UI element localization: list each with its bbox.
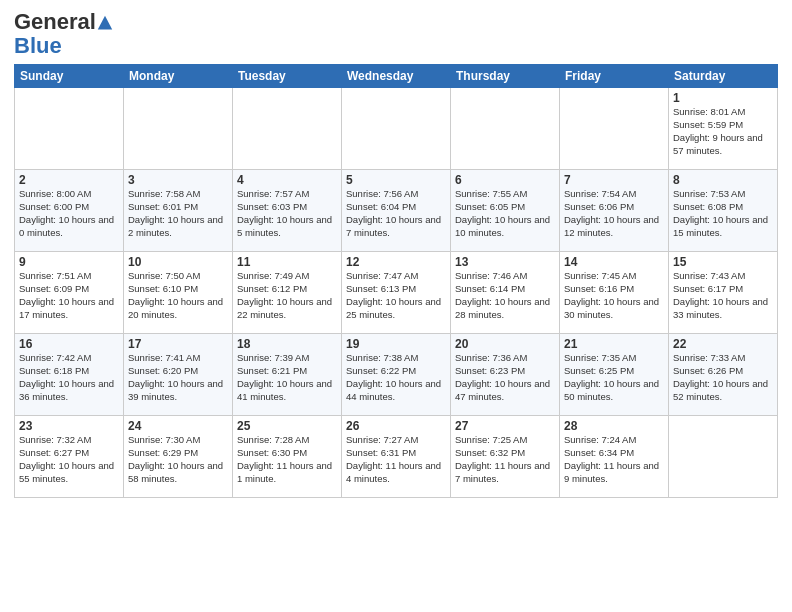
- calendar-cell: 25Sunrise: 7:28 AM Sunset: 6:30 PM Dayli…: [233, 416, 342, 498]
- day-number: 10: [128, 255, 228, 269]
- calendar-cell: 1Sunrise: 8:01 AM Sunset: 5:59 PM Daylig…: [669, 88, 778, 170]
- day-info: Sunrise: 7:35 AM Sunset: 6:25 PM Dayligh…: [564, 352, 664, 403]
- calendar-week-row: 16Sunrise: 7:42 AM Sunset: 6:18 PM Dayli…: [15, 334, 778, 416]
- calendar-cell: 10Sunrise: 7:50 AM Sunset: 6:10 PM Dayli…: [124, 252, 233, 334]
- day-info: Sunrise: 7:43 AM Sunset: 6:17 PM Dayligh…: [673, 270, 773, 321]
- calendar-day-header: Tuesday: [233, 65, 342, 88]
- logo-text: GeneralBlue: [14, 9, 114, 58]
- logo-blue: Blue: [14, 33, 62, 58]
- day-number: 15: [673, 255, 773, 269]
- day-info: Sunrise: 7:38 AM Sunset: 6:22 PM Dayligh…: [346, 352, 446, 403]
- calendar-cell: 9Sunrise: 7:51 AM Sunset: 6:09 PM Daylig…: [15, 252, 124, 334]
- calendar-cell: [560, 88, 669, 170]
- day-number: 23: [19, 419, 119, 433]
- calendar-cell: 24Sunrise: 7:30 AM Sunset: 6:29 PM Dayli…: [124, 416, 233, 498]
- day-number: 8: [673, 173, 773, 187]
- calendar-cell: 22Sunrise: 7:33 AM Sunset: 6:26 PM Dayli…: [669, 334, 778, 416]
- calendar-cell: 4Sunrise: 7:57 AM Sunset: 6:03 PM Daylig…: [233, 170, 342, 252]
- day-info: Sunrise: 7:39 AM Sunset: 6:21 PM Dayligh…: [237, 352, 337, 403]
- day-info: Sunrise: 7:49 AM Sunset: 6:12 PM Dayligh…: [237, 270, 337, 321]
- calendar-day-header: Saturday: [669, 65, 778, 88]
- calendar-day-header: Sunday: [15, 65, 124, 88]
- calendar-cell: 3Sunrise: 7:58 AM Sunset: 6:01 PM Daylig…: [124, 170, 233, 252]
- day-info: Sunrise: 7:41 AM Sunset: 6:20 PM Dayligh…: [128, 352, 228, 403]
- header: GeneralBlue: [14, 10, 778, 58]
- calendar-day-header: Thursday: [451, 65, 560, 88]
- day-number: 11: [237, 255, 337, 269]
- day-info: Sunrise: 7:58 AM Sunset: 6:01 PM Dayligh…: [128, 188, 228, 239]
- day-number: 27: [455, 419, 555, 433]
- day-info: Sunrise: 7:53 AM Sunset: 6:08 PM Dayligh…: [673, 188, 773, 239]
- day-number: 12: [346, 255, 446, 269]
- logo: GeneralBlue: [14, 10, 114, 58]
- page: GeneralBlue SundayMondayTuesdayWednesday…: [0, 0, 792, 612]
- calendar-day-header: Wednesday: [342, 65, 451, 88]
- calendar-cell: 12Sunrise: 7:47 AM Sunset: 6:13 PM Dayli…: [342, 252, 451, 334]
- day-number: 17: [128, 337, 228, 351]
- day-info: Sunrise: 7:56 AM Sunset: 6:04 PM Dayligh…: [346, 188, 446, 239]
- day-info: Sunrise: 7:45 AM Sunset: 6:16 PM Dayligh…: [564, 270, 664, 321]
- calendar-header-row: SundayMondayTuesdayWednesdayThursdayFrid…: [15, 65, 778, 88]
- day-info: Sunrise: 7:24 AM Sunset: 6:34 PM Dayligh…: [564, 434, 664, 485]
- calendar-week-row: 9Sunrise: 7:51 AM Sunset: 6:09 PM Daylig…: [15, 252, 778, 334]
- day-number: 1: [673, 91, 773, 105]
- day-info: Sunrise: 7:47 AM Sunset: 6:13 PM Dayligh…: [346, 270, 446, 321]
- day-info: Sunrise: 7:33 AM Sunset: 6:26 PM Dayligh…: [673, 352, 773, 403]
- calendar-cell: 7Sunrise: 7:54 AM Sunset: 6:06 PM Daylig…: [560, 170, 669, 252]
- calendar-cell: 5Sunrise: 7:56 AM Sunset: 6:04 PM Daylig…: [342, 170, 451, 252]
- day-info: Sunrise: 7:54 AM Sunset: 6:06 PM Dayligh…: [564, 188, 664, 239]
- day-number: 5: [346, 173, 446, 187]
- day-number: 7: [564, 173, 664, 187]
- calendar-cell: 23Sunrise: 7:32 AM Sunset: 6:27 PM Dayli…: [15, 416, 124, 498]
- day-info: Sunrise: 7:30 AM Sunset: 6:29 PM Dayligh…: [128, 434, 228, 485]
- day-info: Sunrise: 7:42 AM Sunset: 6:18 PM Dayligh…: [19, 352, 119, 403]
- calendar-week-row: 23Sunrise: 7:32 AM Sunset: 6:27 PM Dayli…: [15, 416, 778, 498]
- day-info: Sunrise: 7:36 AM Sunset: 6:23 PM Dayligh…: [455, 352, 555, 403]
- day-number: 26: [346, 419, 446, 433]
- calendar-cell: 6Sunrise: 7:55 AM Sunset: 6:05 PM Daylig…: [451, 170, 560, 252]
- day-number: 2: [19, 173, 119, 187]
- calendar-cell: 28Sunrise: 7:24 AM Sunset: 6:34 PM Dayli…: [560, 416, 669, 498]
- day-info: Sunrise: 7:28 AM Sunset: 6:30 PM Dayligh…: [237, 434, 337, 485]
- day-number: 16: [19, 337, 119, 351]
- calendar-day-header: Monday: [124, 65, 233, 88]
- calendar-cell: [233, 88, 342, 170]
- day-info: Sunrise: 7:55 AM Sunset: 6:05 PM Dayligh…: [455, 188, 555, 239]
- calendar-cell: [15, 88, 124, 170]
- day-number: 19: [346, 337, 446, 351]
- calendar-cell: 13Sunrise: 7:46 AM Sunset: 6:14 PM Dayli…: [451, 252, 560, 334]
- calendar-cell: 16Sunrise: 7:42 AM Sunset: 6:18 PM Dayli…: [15, 334, 124, 416]
- day-info: Sunrise: 7:57 AM Sunset: 6:03 PM Dayligh…: [237, 188, 337, 239]
- calendar-cell: [342, 88, 451, 170]
- day-info: Sunrise: 7:25 AM Sunset: 6:32 PM Dayligh…: [455, 434, 555, 485]
- calendar-cell: [451, 88, 560, 170]
- day-info: Sunrise: 7:32 AM Sunset: 6:27 PM Dayligh…: [19, 434, 119, 485]
- calendar-cell: 26Sunrise: 7:27 AM Sunset: 6:31 PM Dayli…: [342, 416, 451, 498]
- calendar-cell: 14Sunrise: 7:45 AM Sunset: 6:16 PM Dayli…: [560, 252, 669, 334]
- calendar-week-row: 2Sunrise: 8:00 AM Sunset: 6:00 PM Daylig…: [15, 170, 778, 252]
- day-number: 20: [455, 337, 555, 351]
- day-info: Sunrise: 7:27 AM Sunset: 6:31 PM Dayligh…: [346, 434, 446, 485]
- day-info: Sunrise: 7:46 AM Sunset: 6:14 PM Dayligh…: [455, 270, 555, 321]
- svg-marker-0: [98, 16, 112, 30]
- calendar-week-row: 1Sunrise: 8:01 AM Sunset: 5:59 PM Daylig…: [15, 88, 778, 170]
- logo-general: General: [14, 9, 96, 34]
- calendar-cell: 2Sunrise: 8:00 AM Sunset: 6:00 PM Daylig…: [15, 170, 124, 252]
- day-number: 9: [19, 255, 119, 269]
- calendar-cell: 15Sunrise: 7:43 AM Sunset: 6:17 PM Dayli…: [669, 252, 778, 334]
- day-number: 28: [564, 419, 664, 433]
- calendar-cell: 21Sunrise: 7:35 AM Sunset: 6:25 PM Dayli…: [560, 334, 669, 416]
- calendar-cell: 11Sunrise: 7:49 AM Sunset: 6:12 PM Dayli…: [233, 252, 342, 334]
- day-number: 22: [673, 337, 773, 351]
- day-number: 14: [564, 255, 664, 269]
- calendar-cell: 17Sunrise: 7:41 AM Sunset: 6:20 PM Dayli…: [124, 334, 233, 416]
- day-info: Sunrise: 7:51 AM Sunset: 6:09 PM Dayligh…: [19, 270, 119, 321]
- calendar-cell: 20Sunrise: 7:36 AM Sunset: 6:23 PM Dayli…: [451, 334, 560, 416]
- day-number: 3: [128, 173, 228, 187]
- day-number: 25: [237, 419, 337, 433]
- day-info: Sunrise: 8:00 AM Sunset: 6:00 PM Dayligh…: [19, 188, 119, 239]
- day-number: 24: [128, 419, 228, 433]
- calendar-cell: 19Sunrise: 7:38 AM Sunset: 6:22 PM Dayli…: [342, 334, 451, 416]
- day-number: 4: [237, 173, 337, 187]
- day-number: 21: [564, 337, 664, 351]
